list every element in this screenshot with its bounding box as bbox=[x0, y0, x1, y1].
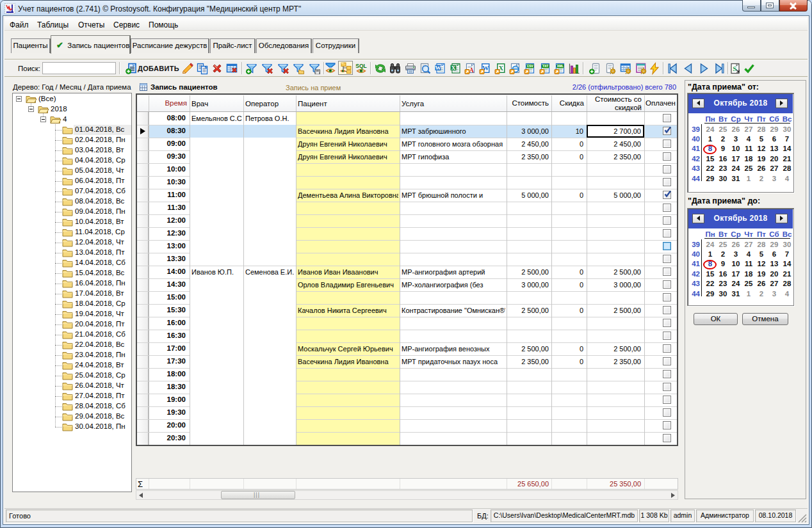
svg-text:CSV: CSV bbox=[527, 65, 534, 68]
svg-text:A: A bbox=[469, 67, 474, 74]
svg-text:SQL: SQL bbox=[355, 63, 366, 69]
svg-text:S: S bbox=[733, 65, 736, 72]
svg-text:TXT: TXT bbox=[542, 65, 548, 68]
svg-text:XML: XML bbox=[557, 65, 564, 68]
svg-text:X: X bbox=[451, 65, 455, 71]
svg-text:W: W bbox=[435, 65, 441, 71]
